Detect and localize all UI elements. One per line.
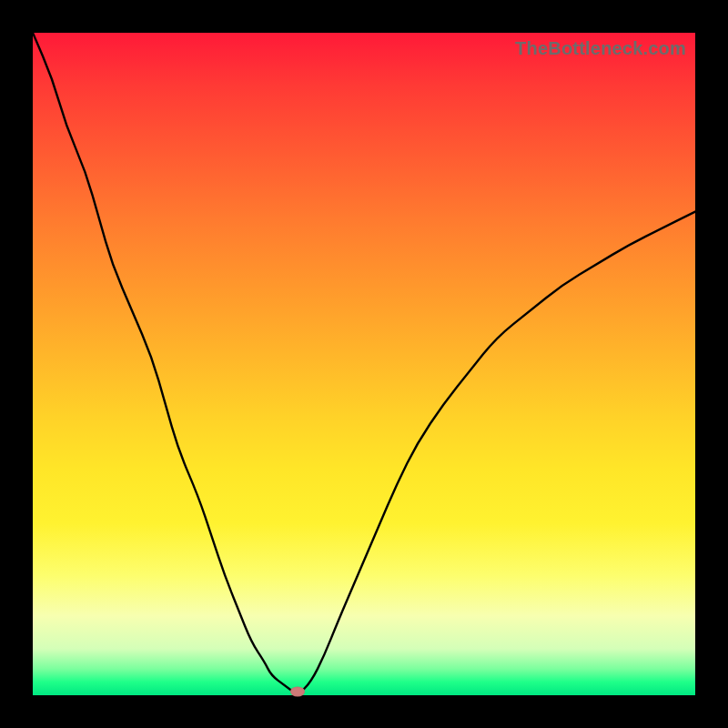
chart-frame: TheBottleneck.com [0,0,728,728]
bottleneck-curve [33,33,695,695]
plot-area: TheBottleneck.com [33,33,695,695]
minimum-marker [290,687,305,697]
watermark-text: TheBottleneck.com [515,38,686,59]
